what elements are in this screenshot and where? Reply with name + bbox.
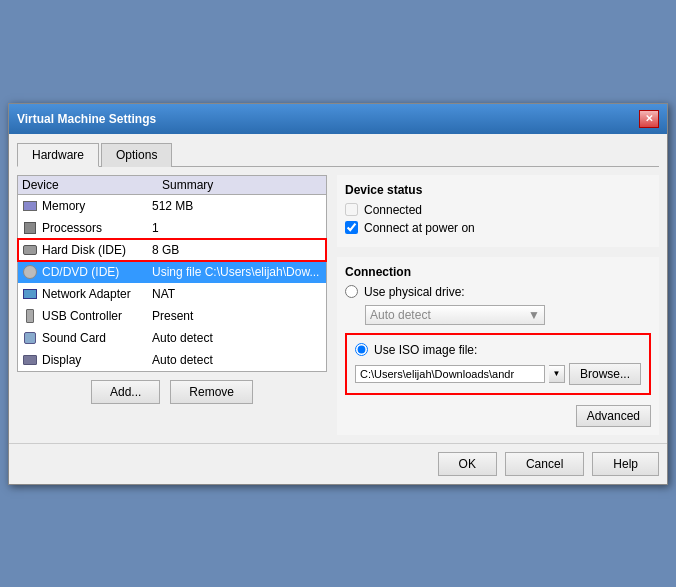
cancel-button[interactable]: Cancel [505, 452, 584, 476]
memory-icon [22, 198, 38, 214]
device-status-section: Device status Connected Connect at power… [337, 175, 659, 247]
summary-cell-cdvd: Using file C:\Users\elijah\Dow... [152, 265, 322, 279]
tab-options[interactable]: Options [101, 143, 172, 167]
usb-icon [22, 308, 38, 324]
tab-bar: Hardware Options [17, 142, 659, 167]
left-panel: Device Summary Memory 512 MB [17, 175, 327, 435]
table-row-sound[interactable]: Sound Card Auto detect [18, 327, 326, 349]
iso-path-dropdown-button[interactable]: ▼ [549, 365, 565, 383]
table-row-hard-disk[interactable]: Hard Disk (IDE) 8 GB [18, 239, 326, 261]
help-button[interactable]: Help [592, 452, 659, 476]
tab-hardware[interactable]: Hardware [17, 143, 99, 167]
dropdown-arrow-icon: ▼ [528, 308, 540, 322]
advanced-button[interactable]: Advanced [576, 405, 651, 427]
auto-detect-dropdown-row: Auto detect ▼ [365, 305, 651, 325]
iso-path-text: C:\Users\elijah\Downloads\andr [360, 368, 514, 380]
table-row-usb[interactable]: USB Controller Present [18, 305, 326, 327]
table-row[interactable]: Memory 512 MB [18, 195, 326, 217]
summary-cell-usb: Present [152, 309, 322, 323]
table-header: Device Summary [18, 176, 326, 195]
cpu-icon [22, 220, 38, 236]
connect-at-power-on-label: Connect at power on [364, 221, 475, 235]
auto-detect-value: Auto detect [370, 308, 431, 322]
device-table: Device Summary Memory 512 MB [17, 175, 327, 372]
connection-section: Connection Use physical drive: Auto dete… [337, 257, 659, 435]
summary-cell-processors: 1 [152, 221, 322, 235]
dialog-title: Virtual Machine Settings [17, 112, 156, 126]
summary-cell-hard-disk: 8 GB [152, 243, 322, 257]
auto-detect-dropdown[interactable]: Auto detect ▼ [365, 305, 545, 325]
device-cell-processors: Processors [22, 220, 152, 236]
table-row[interactable]: Processors 1 [18, 217, 326, 239]
summary-cell-display: Auto detect [152, 353, 322, 367]
table-row-network[interactable]: Network Adapter NAT [18, 283, 326, 305]
table-row-cdvd[interactable]: CD/DVD (IDE) Using file C:\Users\elijah\… [18, 261, 326, 283]
device-cell-cdvd: CD/DVD (IDE) [22, 264, 152, 280]
title-bar-buttons: ✕ [639, 110, 659, 128]
physical-drive-radio[interactable] [345, 285, 358, 298]
connected-checkbox[interactable] [345, 203, 358, 216]
column-header-device: Device [22, 178, 162, 192]
device-cell-network: Network Adapter [22, 286, 152, 302]
browse-button[interactable]: Browse... [569, 363, 641, 385]
connect-at-power-on-row: Connect at power on [345, 221, 651, 235]
network-icon [22, 286, 38, 302]
summary-cell-memory: 512 MB [152, 199, 322, 213]
table-row-display[interactable]: Display Auto detect [18, 349, 326, 371]
connect-at-power-on-checkbox[interactable] [345, 221, 358, 234]
physical-drive-label: Use physical drive: [364, 285, 465, 299]
connection-label: Connection [345, 265, 651, 279]
iso-path-display: C:\Users\elijah\Downloads\andr [355, 365, 545, 383]
ok-button[interactable]: OK [438, 452, 497, 476]
title-bar: Virtual Machine Settings ✕ [9, 104, 667, 134]
iso-section: Use ISO image file: C:\Users\elijah\Down… [345, 333, 651, 395]
physical-drive-row: Use physical drive: [345, 285, 651, 299]
device-status-label: Device status [345, 183, 651, 197]
iso-path-row: C:\Users\elijah\Downloads\andr ▼ Browse.… [355, 363, 641, 385]
column-header-summary: Summary [162, 178, 322, 192]
remove-button[interactable]: Remove [170, 380, 253, 404]
dialog-content: Hardware Options Device Summary Me [9, 134, 667, 443]
device-table-buttons: Add... Remove [17, 380, 327, 404]
virtual-machine-settings-dialog: Virtual Machine Settings ✕ Hardware Opti… [8, 103, 668, 485]
disk-icon [22, 242, 38, 258]
bottom-buttons: OK Cancel Help [9, 443, 667, 484]
main-area: Device Summary Memory 512 MB [17, 175, 659, 435]
add-button[interactable]: Add... [91, 380, 160, 404]
device-cell-display: Display [22, 352, 152, 368]
device-cell-memory: Memory [22, 198, 152, 214]
right-panel: Device status Connected Connect at power… [337, 175, 659, 435]
cd-icon [22, 264, 38, 280]
iso-label: Use ISO image file: [374, 343, 477, 357]
device-cell-usb: USB Controller [22, 308, 152, 324]
connected-label: Connected [364, 203, 422, 217]
display-icon [22, 352, 38, 368]
summary-cell-network: NAT [152, 287, 322, 301]
device-cell-sound: Sound Card [22, 330, 152, 346]
iso-radio-row: Use ISO image file: [355, 343, 641, 357]
close-button[interactable]: ✕ [639, 110, 659, 128]
connected-row: Connected [345, 203, 651, 217]
iso-radio[interactable] [355, 343, 368, 356]
sound-icon [22, 330, 38, 346]
summary-cell-sound: Auto detect [152, 331, 322, 345]
device-cell-hard-disk: Hard Disk (IDE) [22, 242, 152, 258]
